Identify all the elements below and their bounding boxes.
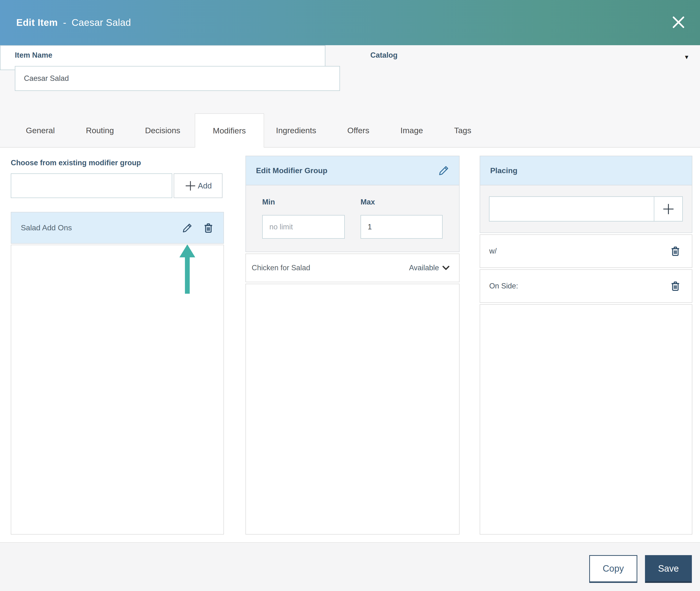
footer-bar: Copy Save <box>0 542 700 591</box>
placing-row: w/ <box>480 235 692 268</box>
chevron-down-icon <box>442 265 450 270</box>
modal-title-item-name: Caesar Salad <box>71 17 131 28</box>
tab-modifiers[interactable]: Modifiers <box>195 113 264 147</box>
save-button[interactable]: Save <box>645 555 692 583</box>
placing-panel: Placing <box>480 156 692 233</box>
modal-title-prefix: Edit Item <box>16 17 58 28</box>
placing-name: w/ <box>489 247 670 255</box>
max-field[interactable] <box>361 215 443 239</box>
trash-icon[interactable] <box>203 222 214 234</box>
edit-item-modal: Edit Item - Caesar Salad Item Name Catal… <box>0 0 700 591</box>
min-field[interactable] <box>262 215 345 239</box>
copy-button[interactable]: Copy <box>589 555 637 583</box>
edit-modifier-group-title: Edit Modifier Group <box>256 166 438 175</box>
modifier-status-dropdown[interactable]: Available <box>409 264 450 272</box>
edit-modifier-group-header: Edit Modifier Group <box>246 156 459 185</box>
tab-ingredients[interactable]: Ingredients <box>276 126 316 135</box>
placing-add-section <box>480 185 692 233</box>
modal-header: Edit Item - Caesar Salad <box>0 0 700 45</box>
modifier-group-list-panel <box>11 245 224 535</box>
tab-bar: General Routing Decisions Modifiers Ingr… <box>26 113 700 147</box>
top-section: Item Name Catalog ▼ General Routing Deci… <box>0 45 700 147</box>
add-placing-button[interactable] <box>654 197 682 221</box>
close-icon[interactable] <box>671 14 686 30</box>
caret-down-icon: ▼ <box>684 54 690 61</box>
catalog-label: Catalog <box>370 51 398 60</box>
add-modifier-group-button[interactable]: Add <box>174 174 222 198</box>
tab-tags[interactable]: Tags <box>454 126 471 135</box>
placing-input[interactable] <box>490 197 654 221</box>
modal-title-separator: - <box>63 17 66 28</box>
placing-input-group <box>489 196 683 221</box>
max-label: Max <box>361 198 375 206</box>
placing-name: On Side: <box>489 282 670 290</box>
tab-general[interactable]: General <box>26 126 55 135</box>
modifier-list-panel <box>246 284 459 535</box>
min-max-section: Min Max <box>246 185 459 252</box>
trash-icon[interactable] <box>670 280 681 291</box>
placing-row: On Side: <box>480 269 692 303</box>
placing-list-panel <box>480 304 692 535</box>
trash-icon[interactable] <box>670 246 681 257</box>
modifier-status-label: Available <box>409 264 439 272</box>
edit-modifier-group-panel: Edit Modifier Group Min Max <box>246 156 459 252</box>
modifier-row: Chicken for Salad Available <box>246 254 459 282</box>
min-label: Min <box>262 198 275 206</box>
placing-header: Placing <box>480 156 692 185</box>
tab-image[interactable]: Image <box>400 126 423 135</box>
pencil-icon[interactable] <box>438 165 450 176</box>
tab-routing[interactable]: Routing <box>86 126 114 135</box>
pencil-icon[interactable] <box>182 222 193 234</box>
modifier-name: Chicken for Salad <box>252 264 409 272</box>
tab-decisions[interactable]: Decisions <box>145 126 180 135</box>
modal-title: Edit Item - Caesar Salad <box>16 0 131 45</box>
tab-offers[interactable]: Offers <box>347 126 369 135</box>
item-name-label: Item Name <box>15 51 52 60</box>
modifier-group-name: Salad Add Ons <box>21 223 172 232</box>
tab-modifiers-label: Modifiers <box>213 126 246 135</box>
modifier-group-search-input[interactable] <box>11 174 172 198</box>
plus-icon <box>184 180 196 192</box>
plus-icon <box>662 203 675 215</box>
add-button-label: Add <box>198 181 212 190</box>
placing-title: Placing <box>490 166 682 175</box>
item-name-field[interactable] <box>15 66 340 91</box>
choose-modifier-group-label: Choose from existing modifier group <box>11 158 141 167</box>
modifier-group-row: Salad Add Ons <box>11 212 224 244</box>
